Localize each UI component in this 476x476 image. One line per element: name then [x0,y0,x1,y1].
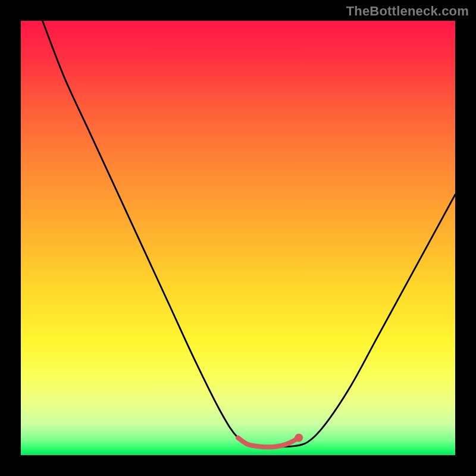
plot-area [21,21,455,455]
main-curve-path [43,21,456,447]
watermark-text: TheBottleneck.com [346,4,469,19]
marker-dot [295,434,303,442]
flat-highlight-path [238,438,299,447]
chart-frame: TheBottleneck.com [0,0,476,476]
curve-layer [21,21,455,455]
